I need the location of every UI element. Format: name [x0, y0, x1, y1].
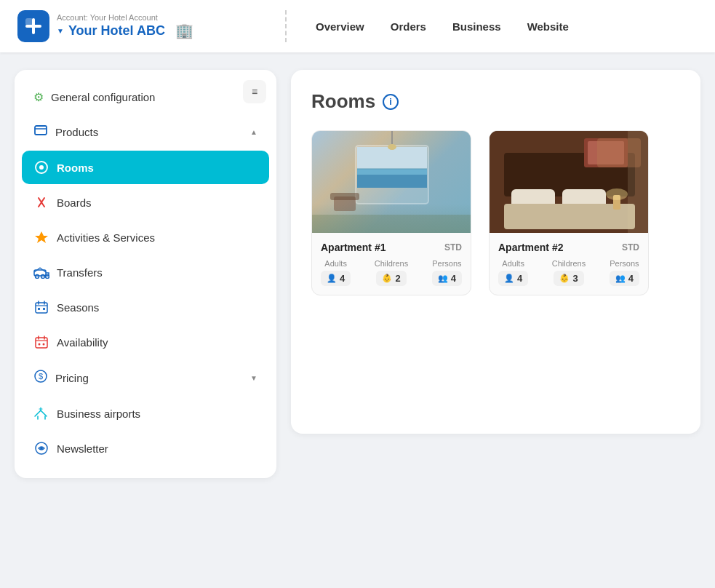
svg-point-13 [46, 275, 49, 279]
sidebar-collapse-button[interactable]: ≡ [243, 80, 266, 103]
dropdown-arrow-icon[interactable]: ▼ [57, 27, 64, 35]
building-icon: 🏢 [175, 22, 193, 39]
nav-overview[interactable]: Overview [316, 20, 364, 33]
room-card-apt1[interactable]: Apartment #1 STD Adults 👤 4 [311, 130, 471, 295]
info-icon[interactable]: i [383, 94, 399, 110]
logo-area: Account: Your Hotel Account ▼ Your Hotel… [17, 10, 287, 42]
persons-label-apt2: Persons [610, 259, 639, 268]
stat-adults-apt1: Adults 👤 4 [321, 259, 351, 286]
sidebar-item-pricing[interactable]: $ Pricing ▼ [22, 360, 269, 395]
sidebar-label-availability: Availability [57, 336, 257, 349]
svg-text:$: $ [39, 372, 43, 381]
childrens-label-apt2: Childrens [552, 259, 586, 268]
persons-label-apt1: Persons [432, 259, 461, 268]
svg-point-24 [39, 343, 41, 346]
adults-label-apt1: Adults [324, 259, 347, 268]
adult-icon-2: 👤 [504, 274, 514, 283]
pricing-arrow-icon: ▼ [250, 374, 257, 382]
stat-childrens-apt1: Childrens 👶 2 [375, 259, 408, 286]
svg-rect-18 [38, 308, 40, 310]
sidebar-item-availability[interactable]: Availability [22, 325, 269, 359]
sidebar-label-products: Products [55, 126, 243, 138]
svg-point-12 [41, 275, 45, 279]
sidebar-label-general-config: General configuration [51, 91, 243, 103]
gear-icon: ⚙ [33, 90, 44, 104]
top-navigation: Account: Your Hotel Account ▼ Your Hotel… [0, 0, 715, 52]
sidebar-label-rooms: Rooms [57, 162, 257, 174]
hotel-name[interactable]: Your Hotel ABC [68, 23, 165, 39]
content-area: Rooms i [291, 70, 700, 478]
child-icon: 👶 [382, 274, 392, 283]
sidebar-item-seasons[interactable]: Seasons [22, 290, 269, 324]
rooms-header: Rooms i [311, 90, 680, 113]
nav-orders[interactable]: Orders [391, 20, 426, 33]
sidebar-item-rooms[interactable]: Rooms [22, 151, 269, 184]
room-name-apt2: Apartment #2 [498, 242, 563, 253]
app-logo [17, 10, 49, 42]
account-label: Account: Your Hotel Account [57, 13, 193, 22]
svg-rect-39 [312, 215, 471, 233]
sidebar-item-activities-services[interactable]: Activities & Services [22, 220, 269, 254]
svg-point-11 [36, 275, 39, 279]
svg-rect-38 [330, 193, 359, 200]
pricing-icon: $ [33, 369, 48, 386]
seasons-icon [33, 299, 49, 315]
room-name-apt1: Apartment #1 [321, 242, 386, 253]
svg-point-25 [43, 343, 45, 346]
sidebar-item-newsletter[interactable]: Newsletter [22, 432, 269, 465]
adults-value-apt1: 👤 4 [321, 271, 351, 286]
newsletter-icon [33, 440, 49, 456]
sidebar-item-transfers[interactable]: Transfers [22, 255, 269, 289]
persons-value-apt2: 👥 4 [610, 271, 639, 286]
svg-rect-19 [43, 308, 45, 310]
room-type-apt1: STD [444, 242, 462, 253]
room-info-apt1: Apartment #1 STD Adults 👤 4 [312, 233, 471, 295]
main-layout: ≡ ⚙ General configuration ▼ Products ▲ [0, 52, 715, 496]
activities-icon [33, 229, 49, 245]
room-image-apt2 [490, 131, 648, 233]
sidebar-item-business-airports[interactable]: Business airports [22, 397, 269, 430]
svg-rect-46 [588, 141, 624, 164]
childrens-label-apt1: Childrens [375, 259, 408, 268]
sidebar-label-business-airports: Business airports [57, 408, 257, 420]
svg-rect-3 [35, 126, 47, 135]
nav-links: Overview Orders Business Website [316, 20, 569, 33]
sidebar-item-products[interactable]: Products ▲ [22, 114, 269, 149]
svg-point-36 [388, 144, 396, 150]
transfers-icon [33, 264, 49, 280]
sidebar-label-seasons: Seasons [57, 301, 257, 314]
room-type-apt2: STD [622, 242, 639, 253]
account-info: Account: Your Hotel Account ▼ Your Hotel… [57, 13, 193, 39]
persons-icon: 👥 [438, 274, 448, 283]
availability-icon [33, 334, 49, 350]
svg-rect-2 [25, 18, 33, 25]
childrens-value-apt2: 👶 3 [554, 271, 583, 286]
adults-label-apt2: Adults [502, 259, 524, 268]
airport-icon [33, 405, 49, 421]
rooms-title: Rooms [311, 90, 375, 113]
rooms-card: Rooms i [291, 70, 700, 434]
room-card-apt2[interactable]: Apartment #2 STD Adults 👤 4 [489, 130, 649, 295]
child-icon-2: 👶 [559, 274, 570, 283]
sidebar-label-activities: Activities & Services [57, 231, 257, 244]
adult-icon: 👤 [327, 274, 337, 283]
sidebar-label-transfers: Transfers [57, 266, 257, 279]
adults-value-apt2: 👤 4 [498, 271, 528, 286]
sidebar: ≡ ⚙ General configuration ▼ Products ▲ [15, 70, 276, 478]
sidebar-item-boards[interactable]: Boards [22, 186, 269, 219]
persons-value-apt1: 👥 4 [432, 271, 462, 286]
sidebar-item-general-config[interactable]: ⚙ General configuration ▼ [22, 82, 269, 113]
svg-rect-20 [36, 338, 47, 348]
svg-rect-33 [357, 147, 427, 169]
stat-persons-apt2: Persons 👥 4 [610, 259, 639, 286]
room-stats-apt1: Adults 👤 4 Childrens 👶 2 [321, 259, 462, 286]
rooms-grid: Apartment #1 STD Adults 👤 4 [311, 130, 680, 295]
sidebar-label-newsletter: Newsletter [57, 442, 257, 455]
svg-point-6 [39, 165, 44, 170]
nav-business[interactable]: Business [452, 20, 501, 33]
svg-marker-9 [35, 231, 48, 243]
boards-icon [33, 194, 49, 210]
stat-adults-apt2: Adults 👤 4 [498, 259, 528, 286]
nav-website[interactable]: Website [527, 20, 569, 33]
sidebar-label-boards: Boards [57, 196, 257, 209]
